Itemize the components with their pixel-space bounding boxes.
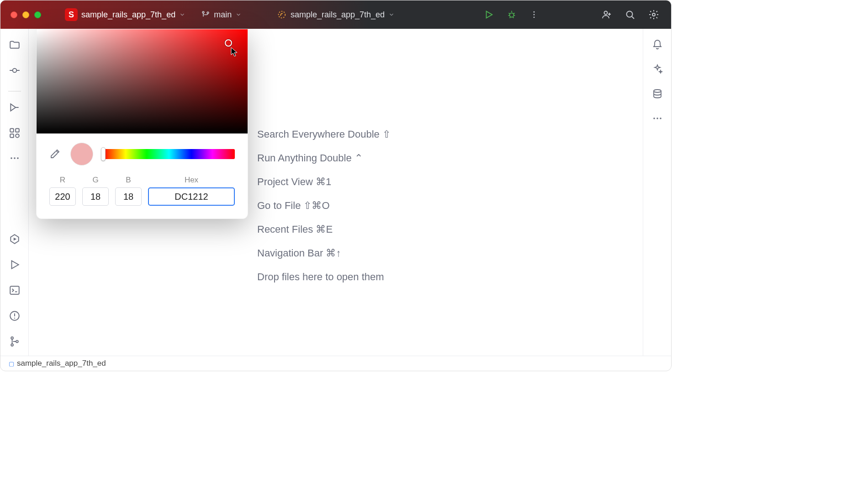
run-tool-button[interactable] [9, 259, 21, 271]
ide-window: S sample_rails_app_7th_ed main sample_ra… [0, 0, 672, 371]
svg-point-7 [534, 16, 535, 18]
svg-point-15 [16, 134, 19, 138]
more-vertical-icon[interactable] [529, 10, 539, 19]
window-minimize-button[interactable] [22, 11, 29, 18]
run-config-selector[interactable]: sample_rails_app_7th_ed [277, 10, 395, 20]
r-field: R [49, 176, 76, 206]
color-picker-popover: R G B Hex [36, 29, 248, 219]
more-horizontal-icon[interactable] [9, 153, 20, 164]
window-close-button[interactable] [11, 11, 17, 18]
svg-point-17 [14, 157, 16, 159]
svg-rect-14 [10, 134, 14, 138]
editor-body: Search Everywhere Double ⇧ Run Anything … [0, 29, 671, 356]
svg-point-29 [653, 117, 655, 119]
run-button[interactable] [484, 10, 494, 20]
window-zoom-button[interactable] [34, 11, 41, 18]
svg-point-4 [509, 13, 513, 17]
titlebar-right [484, 9, 659, 20]
b-field: B [115, 176, 142, 206]
b-input[interactable] [115, 187, 142, 206]
code-with-me-button[interactable] [601, 9, 612, 20]
project-badge: S [65, 8, 78, 21]
eyedropper-button[interactable] [49, 149, 60, 160]
r-label: R [60, 176, 65, 185]
hex-label: Hex [185, 176, 198, 185]
more-horizontal-icon[interactable] [652, 113, 663, 124]
g-input[interactable] [82, 187, 109, 206]
svg-rect-22 [10, 286, 19, 294]
svg-point-5 [534, 11, 535, 13]
rails-task-icon [277, 10, 287, 20]
svg-point-0 [202, 11, 204, 13]
hint-go-to-file: Go to File ⇧⌘O [257, 201, 391, 211]
svg-marker-20 [13, 238, 16, 241]
saturation-value-field[interactable] [37, 29, 248, 133]
empty-editor-hints: Search Everywhere Double ⇧ Run Anything … [257, 129, 391, 296]
hex-input[interactable] [148, 187, 235, 206]
bookmarks-tool-button[interactable] [9, 127, 21, 139]
services-tool-button[interactable] [9, 233, 21, 245]
svg-point-16 [11, 157, 12, 159]
branch-icon [201, 10, 210, 19]
hint-drop-files: Drop files here to open them [257, 272, 391, 282]
settings-button[interactable] [648, 9, 659, 20]
svg-rect-13 [16, 128, 19, 132]
branch-name: main [214, 10, 232, 20]
sv-handle[interactable] [225, 39, 232, 47]
hint-search-everywhere: Search Everywhere Double ⇧ [257, 129, 391, 139]
project-tool-button[interactable] [9, 39, 21, 51]
g-field: G [82, 176, 109, 206]
structure-tool-button[interactable] [9, 101, 21, 113]
status-project-name[interactable]: sample_rails_app_7th_ed [17, 359, 106, 368]
svg-rect-12 [10, 128, 14, 132]
hue-handle[interactable] [101, 147, 106, 161]
svg-point-31 [660, 117, 662, 119]
editor-area[interactable]: Search Everywhere Double ⇧ Run Anything … [29, 29, 643, 356]
svg-point-18 [17, 157, 19, 159]
chevron-down-icon [235, 11, 242, 18]
branch-selector[interactable]: main [185, 10, 242, 20]
search-button[interactable] [625, 9, 635, 20]
sv-black-gradient [37, 29, 248, 133]
hint-navigation-bar: Navigation Bar ⌘↑ [257, 248, 391, 258]
terminal-tool-button[interactable] [9, 284, 21, 296]
project-name: sample_rails_app_7th_ed [81, 10, 175, 20]
notifications-button[interactable] [652, 39, 663, 50]
hint-project-view: Project View ⌘1 [257, 177, 391, 187]
svg-point-1 [207, 12, 209, 14]
svg-marker-3 [487, 11, 492, 18]
problems-tool-button[interactable] [9, 310, 21, 322]
svg-point-26 [11, 344, 13, 346]
g-label: G [92, 176, 98, 185]
svg-point-25 [11, 337, 13, 339]
r-input[interactable] [49, 187, 76, 206]
svg-point-30 [656, 117, 658, 119]
svg-point-11 [12, 69, 16, 73]
debug-button[interactable] [507, 10, 517, 20]
left-toolwindow-bar [0, 29, 29, 356]
project-selector[interactable]: S sample_rails_app_7th_ed [41, 8, 185, 21]
hue-slider[interactable] [103, 149, 235, 159]
module-icon: ▢ [9, 360, 14, 367]
separator [8, 91, 21, 91]
hex-field: Hex [148, 176, 235, 206]
window-controls [11, 11, 41, 18]
commit-tool-button[interactable] [9, 64, 21, 76]
database-tool-button[interactable] [652, 88, 663, 99]
color-swatch [70, 143, 93, 165]
ai-assistant-button[interactable] [652, 64, 663, 75]
status-bar: ▢ sample_rails_app_7th_ed [0, 356, 671, 371]
svg-marker-21 [11, 261, 18, 268]
hint-run-anything: Run Anything Double ⌃ [257, 153, 391, 163]
run-config-name: sample_rails_app_7th_ed [291, 10, 385, 20]
svg-point-9 [627, 11, 633, 17]
svg-point-27 [16, 341, 18, 343]
svg-point-8 [604, 11, 608, 15]
picker-mid-row [37, 133, 248, 170]
vcs-tool-button[interactable] [9, 336, 21, 347]
titlebar: S sample_rails_app_7th_ed main sample_ra… [0, 0, 671, 29]
right-toolwindow-bar [643, 29, 671, 356]
hint-recent-files: Recent Files ⌘E [257, 224, 391, 235]
svg-point-10 [652, 13, 655, 16]
svg-point-28 [654, 90, 661, 92]
